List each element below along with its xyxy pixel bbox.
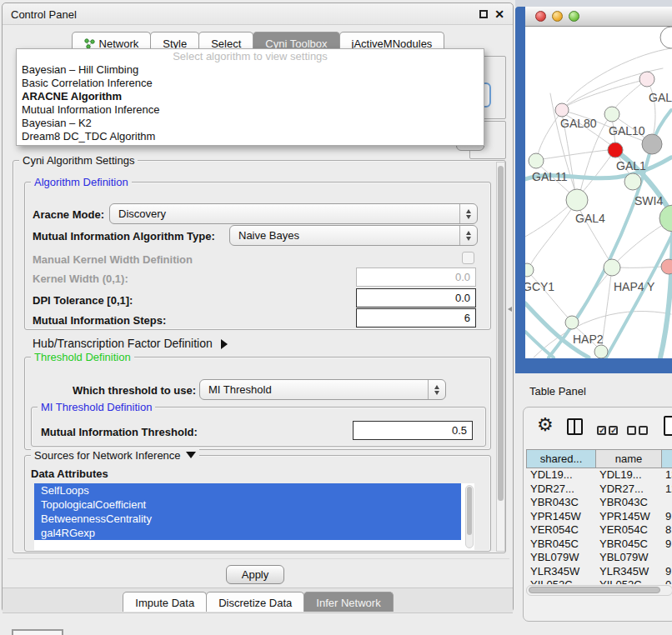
network-node[interactable] [659, 205, 672, 232]
network-edge-highlighted[interactable] [606, 237, 671, 358]
table-column-header[interactable]: name [595, 449, 661, 468]
table-row[interactable]: YBR043CYBR043C [526, 496, 672, 510]
tab-impute-data[interactable]: Impute Data [123, 592, 207, 612]
data-attribute-item[interactable]: BetweennessCentrality [34, 512, 461, 526]
network-edge[interactable] [602, 274, 611, 345]
network-node-hap4[interactable] [604, 259, 620, 276]
kernel-width-input[interactable]: 0.0 [356, 268, 476, 287]
tab-infer-network[interactable]: Infer Network [303, 592, 393, 612]
select-all-columns-icon[interactable]: ✓ ✓ [597, 426, 618, 435]
aracne-mode-label: Aracne Mode: [33, 208, 104, 221]
attributes-list-scrollbar[interactable] [465, 485, 474, 548]
network-node-swi4[interactable] [624, 173, 641, 190]
table-row[interactable]: YPR145WYPR145W9. [526, 510, 672, 524]
mi-steps-label: Mutual Information Steps: [33, 314, 166, 327]
data-attribute-item[interactable]: SelfLoops [34, 483, 461, 498]
mi-algorithm-type-select[interactable]: Naive Bayes [229, 225, 478, 246]
data-attribute-item[interactable]: gal4RGexp [34, 526, 461, 540]
close-traffic-light-icon[interactable] [535, 11, 546, 22]
combo-stepper-icon [459, 204, 477, 223]
sources-group-title[interactable]: Sources for Network Inference [31, 449, 199, 462]
network-node-hap2[interactable] [565, 316, 579, 329]
manual-kernel-width-label: Manual Kernel Width Definition [33, 253, 193, 266]
table-row[interactable]: YLR345WYLR345W9. [526, 565, 672, 579]
network-canvas[interactable]: GALGAL80GAL10GAL1GAL11SWI4GAL4GCY1HAP4YH… [525, 27, 672, 358]
which-threshold-label: Which threshold to use: [73, 384, 196, 397]
mi-algorithm-type-label: Mutual Information Algorithm Type: [33, 230, 215, 242]
column-browser-icon[interactable] [567, 418, 583, 435]
network-edge-highlighted[interactable] [525, 332, 554, 358]
divider [8, 558, 509, 559]
network-edge[interactable] [542, 150, 609, 159]
network-node-y[interactable] [661, 259, 672, 274]
network-edge[interactable] [525, 206, 569, 237]
table-row[interactable]: YBR045CYBR045C9. [526, 538, 672, 552]
background-strip [515, 0, 672, 7]
table-row[interactable]: YDR27...YDR27...12 [526, 482, 672, 497]
network-node[interactable] [642, 134, 662, 154]
gear-icon[interactable]: ⚙ [537, 416, 554, 434]
network-node-gcy1[interactable] [525, 263, 534, 277]
mi-threshold-input[interactable]: 0.5 [353, 421, 473, 440]
settings-scrollbar[interactable] [496, 162, 505, 552]
document-icon[interactable] [664, 416, 672, 436]
algorithm-option[interactable]: ARACNE Algorithm [17, 90, 484, 103]
network-edge[interactable] [582, 154, 612, 192]
mi-steps-input[interactable]: 6 [356, 308, 476, 328]
table-cell: YBR043C [595, 496, 661, 510]
network-node[interactable] [594, 345, 608, 358]
network-edge[interactable] [538, 113, 560, 155]
data-attributes-label: Data Attributes [31, 468, 108, 480]
application-root: Control Panel ✕ NetworkStyleSelectCyni T… [0, 0, 672, 635]
algorithm-option[interactable]: Mutual Information Inference [17, 103, 484, 117]
network-edge[interactable] [647, 79, 655, 137]
tab-label: Infer Network [316, 597, 380, 609]
table-cell: YDL19... [526, 468, 595, 482]
network-node-gal10[interactable] [604, 107, 619, 122]
network-node-gal80[interactable] [555, 103, 569, 117]
table-cell: YDR27... [595, 482, 661, 497]
close-icon[interactable]: ✕ [494, 8, 504, 21]
aracne-mode-select[interactable]: Discovery [109, 203, 478, 224]
manual-kernel-width-checkbox[interactable] [462, 252, 474, 264]
algorithm-option[interactable]: Basic Correlation Inference [17, 77, 484, 90]
network-node-gal[interactable] [639, 72, 654, 87]
table-row[interactable]: YDL19...YDL19...13 [526, 468, 672, 482]
minimize-traffic-light-icon[interactable] [552, 11, 563, 22]
splitter-collapse-icon[interactable] [508, 307, 512, 312]
dpi-tolerance-input[interactable]: 0.0 [356, 288, 476, 308]
control-panel-titlebar[interactable]: Control Panel ✕ [3, 3, 513, 25]
hub-definition-toggle[interactable]: Hub/Transcription Factor Definition [33, 337, 228, 350]
tab-discretize-data[interactable]: Discretize Data [206, 592, 304, 612]
table-row[interactable]: YBL079WYBL079W [526, 551, 672, 565]
network-window-titlebar[interactable] [525, 7, 672, 27]
restore-icon[interactable] [479, 10, 488, 18]
algorithm-option[interactable]: Bayesian – K2 [17, 117, 484, 130]
data-attribute-item[interactable]: TopologicalCoefficient [34, 498, 461, 512]
network-node-label: GAL11 [532, 170, 568, 183]
which-threshold-select[interactable]: MI Threshold [199, 379, 446, 400]
network-node-gal11[interactable] [529, 153, 544, 168]
table-horizontal-scrollbar[interactable] [526, 585, 672, 596]
table-cell: YIL052C [526, 578, 595, 584]
table-cell: YDL19... [595, 468, 661, 482]
table-column-header[interactable] [661, 449, 672, 468]
algorithm-option[interactable]: Bayesian – Hill Climbing [17, 63, 484, 77]
network-node-label: GAL4 [575, 212, 605, 225]
table-panel: ⚙ ✓ ✓ shared...name YDL19...YDL19...13YD… [523, 407, 672, 622]
network-edge[interactable] [567, 79, 647, 106]
apply-button[interactable]: Apply [226, 565, 284, 584]
minimized-panel-icon[interactable] [12, 629, 63, 635]
network-edge[interactable] [530, 208, 572, 265]
zoom-traffic-light-icon[interactable] [569, 11, 579, 22]
table-row[interactable]: YIL052CYIL052C0. [526, 578, 672, 584]
control-panel-window: Control Panel ✕ NetworkStyleSelectCyni T… [2, 2, 514, 612]
deselect-all-columns-icon[interactable] [627, 426, 648, 435]
algorithm-dropdown-list: Select algorithm to view settings Bayesi… [16, 48, 484, 146]
network-node[interactable] [660, 27, 672, 48]
table-column-header[interactable]: shared... [526, 449, 595, 468]
table-row[interactable]: YER054CYER054C8. [526, 523, 672, 538]
network-node-gal1[interactable] [608, 142, 623, 158]
network-node-gal4[interactable] [566, 189, 588, 211]
algorithm-option[interactable]: Dream8 DC_TDC Algorithm [17, 130, 484, 143]
